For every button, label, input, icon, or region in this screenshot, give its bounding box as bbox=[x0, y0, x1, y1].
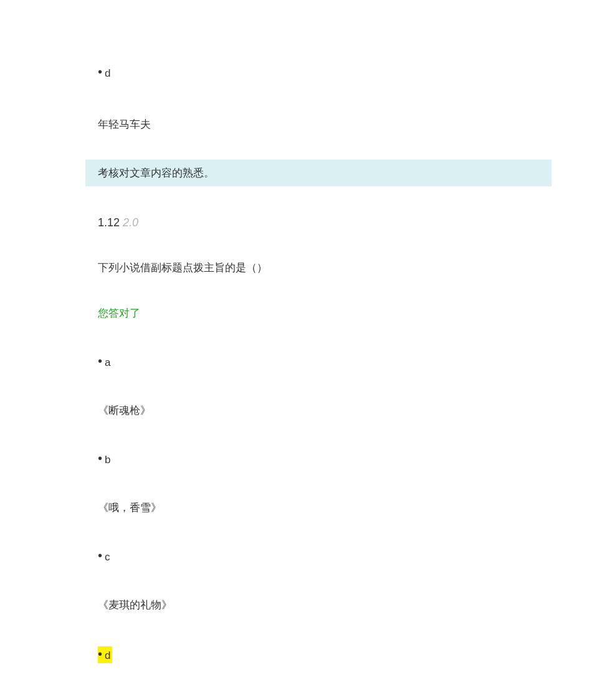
option-a-letter: •a bbox=[98, 355, 520, 369]
question-number-line: 1.12 2.0 bbox=[98, 216, 520, 229]
option-c-letter: •c bbox=[98, 549, 520, 563]
bullet-icon: • bbox=[98, 549, 102, 562]
option-letter: d bbox=[105, 650, 110, 661]
option-b-text: 《哦，香雪》 bbox=[98, 501, 520, 515]
document-content: •d 年轻马车夫 考核对文章内容的熟悉。 1.12 2.0 下列小说借副标题点拨… bbox=[0, 0, 589, 663]
question-score: 2.0 bbox=[123, 216, 138, 229]
option-a-text: 《断魂枪》 bbox=[98, 403, 520, 418]
option-b-letter: •b bbox=[98, 452, 520, 466]
bullet-icon: • bbox=[98, 65, 102, 79]
bullet-icon: • bbox=[98, 647, 102, 661]
question-text: 下列小说借副标题点拨主旨的是（） bbox=[98, 261, 520, 275]
option-letter: c bbox=[105, 551, 110, 563]
assessment-note: 考核对文章内容的熟悉。 bbox=[85, 160, 552, 186]
answer-result: 您答对了 bbox=[98, 306, 520, 320]
option-c-text: 《麦琪的礼物》 bbox=[98, 598, 520, 612]
prev-option-d-letter: •d bbox=[98, 65, 110, 80]
option-d-highlighted: •d bbox=[98, 646, 112, 663]
option-letter: a bbox=[105, 357, 110, 368]
prev-option-d-text: 年轻马车夫 bbox=[98, 117, 520, 132]
question-number: 1.12 bbox=[98, 216, 120, 229]
option-letter: d bbox=[105, 67, 110, 79]
option-d-letter-wrapper: •d bbox=[98, 646, 520, 663]
bullet-icon: • bbox=[98, 354, 102, 368]
option-letter: b bbox=[105, 454, 110, 466]
bullet-icon: • bbox=[98, 451, 102, 465]
